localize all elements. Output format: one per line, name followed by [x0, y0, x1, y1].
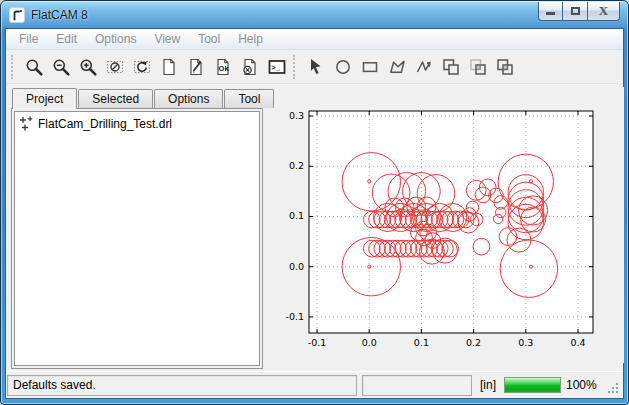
- toolbar: Ok>_: [6, 50, 623, 84]
- replot-button[interactable]: [128, 53, 155, 80]
- open-project-icon: [186, 57, 206, 77]
- plot-background: [309, 111, 593, 333]
- draw-rectangle-icon: [360, 57, 380, 77]
- draw-circle-icon: [333, 57, 353, 77]
- flatcam-logo-icon: [9, 7, 25, 23]
- status-message: Defaults saved.: [7, 375, 357, 396]
- intersection-tool-button[interactable]: [464, 53, 491, 80]
- content-area: ProjectSelectedOptionsTool FlatC: [6, 84, 623, 371]
- draw-polygon-button[interactable]: [383, 53, 410, 80]
- zoom-in-icon: [78, 57, 98, 77]
- zoom-out-button[interactable]: [47, 53, 74, 80]
- toolbar-drag-handle[interactable]: [11, 55, 16, 79]
- menu-item-tool[interactable]: Tool: [189, 30, 229, 48]
- drill-object-icon: [19, 116, 33, 131]
- union-tool-icon: [441, 57, 461, 77]
- clear-plot-button[interactable]: [101, 53, 128, 80]
- delete-object-button[interactable]: [236, 53, 263, 80]
- units-indicator: [in]: [477, 378, 499, 392]
- minimize-button[interactable]: [538, 2, 563, 21]
- select-arrow-icon: [306, 57, 326, 77]
- menu-bar: FileEditOptionsViewToolHelp: [6, 29, 623, 50]
- zoom-in-button[interactable]: [74, 53, 101, 80]
- draw-circle-button[interactable]: [329, 53, 356, 80]
- x-tick-label: 0.2: [466, 337, 481, 348]
- tab-selected[interactable]: Selected: [78, 89, 153, 108]
- svg-text:Ok: Ok: [218, 63, 229, 72]
- titlebar[interactable]: FlatCAM 8 X: [1, 1, 628, 28]
- y-tick-label: 0.3: [289, 110, 304, 121]
- save-ok-icon: Ok: [213, 57, 233, 77]
- maximize-icon: [571, 7, 580, 15]
- tab-tool[interactable]: Tool: [224, 89, 274, 108]
- window-title: FlatCAM 8: [31, 8, 88, 22]
- status-bar: Defaults saved. [in] 100%: [6, 371, 623, 398]
- y-tick-label: -0.1: [285, 311, 304, 322]
- subtraction-tool-button[interactable]: [491, 53, 518, 80]
- x-tick-label: -0.1: [308, 337, 327, 348]
- tab-bar: ProjectSelectedOptionsTool: [11, 87, 263, 108]
- select-arrow-button[interactable]: [302, 53, 329, 80]
- draw-rectangle-button[interactable]: [356, 53, 383, 80]
- x-tick-label: 0.0: [362, 337, 377, 348]
- draw-polyline-icon: [414, 57, 434, 77]
- minimize-icon: [546, 12, 555, 15]
- x-tick-label: 0.3: [518, 337, 533, 348]
- maximize-button[interactable]: [563, 2, 588, 21]
- x-tick-label: 0.1: [414, 337, 429, 348]
- delete-object-icon: [240, 57, 260, 77]
- new-project-button[interactable]: [155, 53, 182, 80]
- app-window: FlatCAM 8 X FileEditOptionsViewToolHelp …: [0, 0, 629, 405]
- zoom-fit-icon: [24, 57, 44, 77]
- menu-item-edit[interactable]: Edit: [47, 30, 86, 48]
- zoom-out-icon: [51, 57, 71, 77]
- x-tick-label: 0.4: [570, 337, 585, 348]
- clear-plot-icon: [105, 57, 125, 77]
- resize-grip[interactable]: [607, 382, 620, 395]
- progress-bar: [504, 377, 561, 393]
- window-controls: X: [538, 2, 620, 21]
- menu-item-options[interactable]: Options: [86, 30, 145, 48]
- toolbar-drag-handle[interactable]: [293, 55, 298, 79]
- progress-bar-fill: [505, 378, 560, 392]
- close-button[interactable]: X: [588, 2, 620, 21]
- progress-percent-label: 100%: [566, 378, 602, 392]
- draw-polygon-icon: [387, 57, 407, 77]
- replot-icon: [132, 57, 152, 77]
- save-ok-button[interactable]: Ok: [209, 53, 236, 80]
- tree-item-label: FlatCam_Drilling_Test.drl: [38, 117, 172, 131]
- open-project-button[interactable]: [182, 53, 209, 80]
- zoom-fit-button[interactable]: [20, 53, 47, 80]
- union-tool-button[interactable]: [437, 53, 464, 80]
- tree-item-drill-object[interactable]: FlatCam_Drilling_Test.drl: [17, 115, 257, 132]
- intersection-tool-icon: [468, 57, 488, 77]
- tab-project[interactable]: Project: [12, 88, 77, 109]
- shell-button[interactable]: >_: [263, 53, 290, 80]
- status-secondary-panel: [362, 375, 472, 396]
- close-icon: X: [599, 3, 608, 19]
- left-panel: ProjectSelectedOptionsTool FlatC: [11, 87, 263, 369]
- project-tree[interactable]: FlatCam_Drilling_Test.drl: [14, 111, 260, 366]
- plot-canvas[interactable]: -0.10.00.10.20.30.4-0.10.00.10.20.3: [267, 87, 624, 363]
- project-tree-frame: FlatCam_Drilling_Test.drl: [11, 108, 263, 369]
- tab-options[interactable]: Options: [154, 89, 223, 108]
- shell-icon: >_: [267, 57, 287, 77]
- menu-item-file[interactable]: File: [10, 30, 47, 48]
- y-tick-label: 0.1: [289, 210, 304, 221]
- plot-panel: -0.10.00.10.20.30.4-0.10.00.10.20.3: [263, 87, 618, 369]
- new-project-icon: [159, 57, 179, 77]
- y-tick-label: 0.2: [289, 160, 304, 171]
- y-tick-label: 0.0: [289, 261, 304, 272]
- menu-item-help[interactable]: Help: [229, 30, 272, 48]
- client-area: FileEditOptionsViewToolHelp Ok>_ Project…: [5, 28, 624, 399]
- menu-item-view[interactable]: View: [145, 30, 189, 48]
- svg-text:>_: >_: [271, 63, 281, 71]
- draw-polyline-button[interactable]: [410, 53, 437, 80]
- subtraction-tool-icon: [495, 57, 515, 77]
